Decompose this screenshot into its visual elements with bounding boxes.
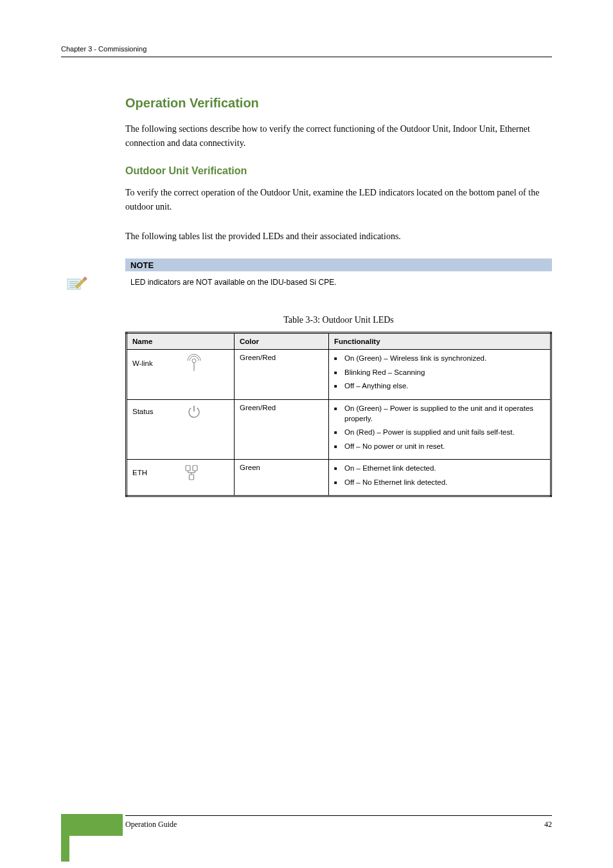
table-row: W-link Green/Red (127, 350, 551, 400)
row-color: Green/Red (235, 399, 329, 459)
section-heading-h1: Operation Verification (125, 96, 552, 111)
svg-rect-14 (189, 475, 193, 480)
note-pencil-icon (66, 275, 88, 293)
list-item: Blinking Red – Scanning (344, 368, 545, 378)
note-block: NOTE (125, 258, 552, 293)
footer-left: Operation Guide (125, 820, 177, 829)
page-footer: Operation Guide 42 (0, 815, 613, 829)
table-header-color: Color (235, 333, 329, 350)
table-row: ETH (127, 460, 551, 496)
ethernet-icon (154, 464, 229, 482)
row-name: W-link (132, 359, 153, 367)
row-color: Green (235, 460, 329, 496)
row-name: ETH (132, 469, 147, 476)
svg-rect-12 (186, 466, 190, 471)
body-paragraph: To verify the correct operation of the O… (125, 186, 552, 213)
note-title-bar: NOTE (125, 258, 552, 271)
section-heading-h2: Outdoor Unit Verification (125, 165, 552, 177)
table-row: Status Green/Red On (Green (127, 399, 551, 459)
body-paragraph: The following tables list the provided L… (125, 230, 552, 244)
footer-rule (125, 815, 552, 816)
table-header-func: Functionality (329, 333, 551, 350)
list-item: Off – No Ethernet link detected. (344, 478, 545, 488)
table-caption: Table 3-3: Outdoor Unit LEDs (125, 315, 552, 325)
row-name: Status (132, 408, 154, 415)
list-item: On – Ethernet link detected. (344, 464, 545, 474)
led-table: Name Color Functionality W-link (125, 332, 552, 497)
svg-rect-13 (193, 466, 197, 471)
power-icon (160, 404, 229, 419)
chapter-header: Chapter 3 - Commissioning (61, 45, 552, 53)
antenna-icon (159, 354, 229, 373)
footer-page-number: 42 (544, 820, 552, 829)
list-item: Off – Anything else. (344, 381, 545, 392)
list-item: On (Green) – Power is supplied to the un… (344, 404, 545, 424)
table-header-name: Name (127, 333, 235, 350)
list-item: On (Green) – Wireless link is synchroniz… (344, 354, 545, 364)
intro-paragraph: The following sections describe how to v… (125, 122, 552, 150)
note-text: LED indicators are NOT available on the … (130, 273, 337, 288)
note-title: NOTE (130, 260, 154, 270)
header-rule (61, 57, 552, 57)
list-item: Off – No power or unit in reset. (344, 442, 545, 452)
svg-point-8 (192, 359, 196, 363)
list-item: On (Red) – Power is supplied and unit fa… (344, 428, 545, 438)
row-color: Green/Red (235, 350, 329, 400)
footer-brand-bar (61, 814, 123, 836)
